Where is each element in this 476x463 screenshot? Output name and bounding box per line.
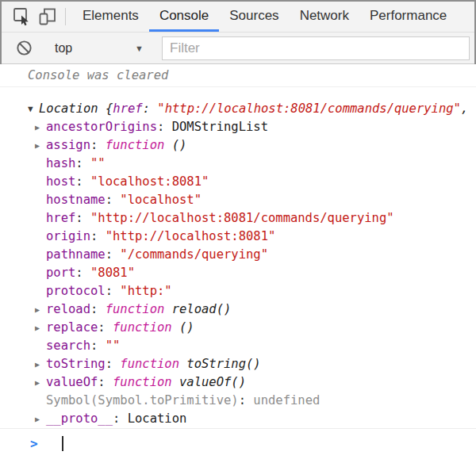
- property-separator: :: [106, 247, 121, 262]
- property-separator: :: [90, 339, 106, 353]
- toolbar-divider: [65, 8, 66, 25]
- tab-network[interactable]: Network: [290, 2, 359, 32]
- object-property-row: ▶hostname: "localhost": [0, 191, 476, 209]
- tab-label: Sources: [229, 8, 278, 24]
- devtools-window: ElementsConsoleSourcesNetworkPerformance…: [0, 0, 476, 463]
- property-separator: :: [239, 393, 254, 408]
- property-name: hostname: [46, 193, 106, 207]
- object-property-row: ▶origin: "http://localhost:8081": [0, 228, 476, 246]
- chevron-down-icon: ▼: [135, 44, 144, 53]
- property-name: hash: [46, 156, 75, 170]
- context-label: top: [55, 41, 72, 55]
- object-property-row: ▶hash: "": [0, 155, 476, 173]
- property-value: function (): [106, 138, 187, 152]
- object-property-row[interactable]: ▶reload: function reload(): [0, 300, 476, 319]
- tab-label: Console: [159, 8, 209, 24]
- object-property-row: ▶pathname: "/commands/querying": [0, 246, 476, 264]
- property-separator: :: [157, 120, 172, 134]
- property-value: "http:": [120, 284, 171, 298]
- property-name: host: [46, 174, 75, 189]
- property-name: href: [46, 211, 75, 225]
- console-info-message: Console was cleared: [0, 64, 476, 87]
- property-value: "http://localhost:8081/commands/querying…: [90, 211, 394, 225]
- property-name: toString: [46, 357, 106, 371]
- clear-console-icon: [15, 39, 33, 57]
- console-log-entry: ▼Location {href: "http://localhost:8081/…: [0, 87, 476, 428]
- expand-triangle-icon[interactable]: ▶: [35, 355, 46, 373]
- property-separator: :: [106, 193, 121, 207]
- object-property-row[interactable]: ▶toString: function toString(): [0, 355, 476, 373]
- property-separator: :: [98, 375, 113, 389]
- property-separator: :: [90, 229, 106, 243]
- property-name: valueOf: [46, 375, 98, 389]
- property-separator: :: [75, 156, 90, 170]
- tab-elements[interactable]: Elements: [72, 2, 149, 32]
- object-property-row[interactable]: ▶ancestorOrigins: DOMStringList: [0, 118, 476, 136]
- tab-bar: ElementsConsoleSourcesNetworkPerformance: [2, 2, 474, 32]
- expand-triangle-icon[interactable]: ▶: [35, 136, 46, 155]
- object-property-row: ▶search: "": [0, 337, 476, 355]
- property-separator: :: [75, 174, 90, 189]
- object-property-row: ▶Symbol(Symbol.toPrimitive): undefined: [0, 392, 476, 410]
- inspect-element-button[interactable]: [10, 2, 35, 32]
- object-property-row[interactable]: ▶assign: function (): [0, 136, 476, 155]
- tab-sources[interactable]: Sources: [219, 2, 289, 32]
- javascript-context-dropdown[interactable]: top ▼: [47, 36, 152, 60]
- property-separator: :: [90, 138, 106, 152]
- tab-performance[interactable]: Performance: [359, 2, 457, 32]
- collapse-triangle-icon[interactable]: ▼: [28, 100, 39, 118]
- property-value: function reload(): [106, 302, 232, 316]
- property-separator: :: [75, 211, 90, 225]
- toggle-device-toolbar-button[interactable]: [35, 2, 60, 32]
- expand-triangle-icon[interactable]: ▶: [35, 319, 46, 337]
- object-property-row[interactable]: ▶valueOf: function valueOf(): [0, 373, 476, 392]
- property-value: function toString(): [120, 357, 260, 371]
- property-name: protocol: [46, 284, 106, 298]
- property-value: "": [106, 339, 121, 353]
- property-value: "localhost": [120, 193, 202, 207]
- property-value: "/commands/querying": [120, 247, 268, 262]
- tab-label: Network: [300, 8, 349, 24]
- object-property-row: ▶host: "localhost:8081": [0, 173, 476, 191]
- property-name: origin: [46, 229, 90, 243]
- property-value: "": [90, 156, 106, 170]
- object-property-row[interactable]: ▶__proto__: Location: [0, 410, 476, 428]
- property-value: undefined: [253, 393, 320, 408]
- property-name: search: [46, 339, 90, 353]
- cleared-message-text: Console was cleared: [28, 68, 168, 82]
- property-name: __proto__: [46, 411, 113, 426]
- property-separator: :: [106, 284, 121, 298]
- property-separator: :: [98, 320, 113, 335]
- expand-triangle-icon[interactable]: ▶: [35, 410, 46, 428]
- prompt-chevron-icon: >: [30, 436, 38, 451]
- tab-label: Performance: [370, 8, 447, 24]
- clear-console-button[interactable]: [11, 39, 36, 57]
- console-prompt[interactable]: >: [0, 428, 476, 461]
- property-value: "http://localhost:8081": [106, 229, 276, 243]
- inspect-cursor-icon: [13, 7, 32, 26]
- object-property-row: ▶protocol: "http:": [0, 282, 476, 300]
- object-preview[interactable]: ▼Location {href: "http://localhost:8081/…: [0, 100, 476, 118]
- property-name: port: [46, 266, 75, 280]
- expand-triangle-icon[interactable]: ▶: [35, 300, 46, 319]
- property-separator: :: [90, 302, 106, 316]
- object-property-row: ▶port: "8081": [0, 264, 476, 282]
- property-value: Location: [128, 411, 187, 426]
- object-properties-list: ▶ancestorOrigins: DOMStringList ▶assign:…: [0, 118, 476, 428]
- object-property-row: ▶href: "http://localhost:8081/commands/q…: [0, 209, 476, 228]
- expand-triangle-icon[interactable]: ▶: [35, 373, 46, 392]
- devtools-toolbar: ElementsConsoleSourcesNetworkPerformance…: [0, 0, 476, 64]
- tab-console[interactable]: Console: [149, 2, 219, 32]
- text-cursor: [62, 436, 63, 451]
- filter-input[interactable]: [162, 36, 470, 60]
- property-value: function valueOf(): [113, 375, 246, 389]
- property-separator: :: [106, 357, 121, 371]
- object-property-row[interactable]: ▶replace: function (): [0, 319, 476, 337]
- property-value: "localhost:8081": [90, 174, 209, 189]
- tab-label: Elements: [83, 8, 139, 24]
- property-name: assign: [46, 138, 90, 152]
- property-separator: :: [113, 411, 128, 426]
- expand-triangle-icon[interactable]: ▶: [35, 118, 46, 136]
- property-name: ancestorOrigins: [46, 120, 157, 134]
- property-value: DOMStringList: [172, 120, 268, 134]
